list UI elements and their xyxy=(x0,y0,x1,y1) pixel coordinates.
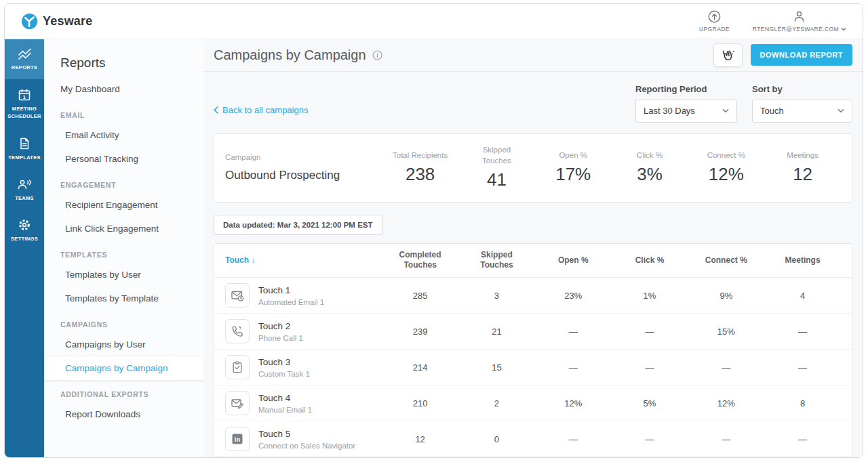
sidebar-section-templates: TEMPLATES xyxy=(44,240,203,263)
campaign-summary-card: Campaign Outbound Prospecting Total Reci… xyxy=(214,133,852,203)
table-row-touch-1: Touch 1 Automated Email 1 285 3 23% 1% 9… xyxy=(214,278,852,314)
sidebar-item-link-click-engagement[interactable]: Link Click Engagement xyxy=(44,217,203,240)
sort-by-label: Sort by xyxy=(752,84,852,94)
column-header-completed-touches[interactable]: Completed Touches xyxy=(382,250,458,271)
document-icon xyxy=(18,137,31,150)
people-icon xyxy=(17,178,32,191)
rail-item-settings[interactable]: SETTINGS xyxy=(5,209,44,251)
rail-item-reports[interactable]: REPORTS xyxy=(5,39,44,79)
sidebar-item-campaigns-by-campaign[interactable]: Campaigns by Campaign xyxy=(44,356,203,380)
summary-skipped-touches: Skipped Touches 41 xyxy=(458,144,535,190)
sidebar-item-personal-tracking[interactable]: Personal Tracking xyxy=(44,147,203,171)
column-header-touch[interactable]: Touch ↓ xyxy=(225,255,382,266)
upgrade-icon xyxy=(708,10,721,23)
download-report-button[interactable]: DOWNLOAD REPORT xyxy=(751,44,852,66)
table-row-touch-5: in Touch 5 Connect on Sales Navigator 12… xyxy=(214,421,852,457)
touch-title: Touch 1 xyxy=(258,285,324,295)
sidebar-item-report-downloads[interactable]: Report Downloads xyxy=(44,402,203,426)
chevron-down-icon xyxy=(841,27,846,31)
summary-connect-pct: Connect % 12% xyxy=(688,150,764,185)
calendar-icon: 1 xyxy=(18,88,31,102)
touch-title: Touch 3 xyxy=(258,357,310,367)
brand-name: Yesware xyxy=(43,14,92,28)
chevron-down-icon xyxy=(837,108,844,113)
chevron-down-icon xyxy=(722,108,729,113)
sidebar-item-campaigns-by-user[interactable]: Campaigns by User xyxy=(44,333,203,356)
top-bar: Yesware UPGRADE RTENGLER@YESWARE.COM xyxy=(5,4,863,39)
sidebar-section-email: EMAIL xyxy=(44,101,203,123)
gear-icon xyxy=(18,218,31,232)
reporting-period-label: Reporting Period xyxy=(635,84,737,94)
svg-text:1: 1 xyxy=(23,93,26,100)
chart-icon xyxy=(18,48,32,60)
rail-item-templates[interactable]: TEMPLATES xyxy=(5,128,44,169)
user-icon xyxy=(793,10,806,23)
account-email: RTENGLER@YESWARE.COM xyxy=(753,26,839,33)
rail-item-meeting-scheduler[interactable]: 1 MEETING SCHEDULER xyxy=(5,79,44,128)
automated-email-icon xyxy=(225,283,250,308)
column-header-open-pct[interactable]: Open % xyxy=(535,255,612,266)
sidebar-item-my-dashboard[interactable]: My Dashboard xyxy=(44,77,203,101)
phone-call-icon xyxy=(225,319,250,343)
page-title: Campaigns by Campaign xyxy=(214,47,366,63)
back-to-all-campaigns-link[interactable]: Back to all campaigns xyxy=(214,105,308,115)
nav-rail: REPORTS 1 MEETING SCHEDULER TEMPLATES TE… xyxy=(5,39,44,457)
sidebar-item-templates-by-user[interactable]: Templates by User xyxy=(44,263,203,287)
column-header-connect-pct[interactable]: Connect % xyxy=(688,255,764,266)
sidebar-item-templates-by-template[interactable]: Templates by Template xyxy=(44,287,203,310)
summary-total-recipients: Total Recipients 238 xyxy=(382,150,458,185)
reporting-period-select[interactable]: Last 30 Days xyxy=(635,100,737,123)
sidebar-item-recipient-engagement[interactable]: Recipient Engagement xyxy=(44,193,203,217)
reporting-period-filter: Reporting Period Last 30 Days xyxy=(635,84,737,123)
svg-text:in: in xyxy=(235,436,241,443)
info-icon[interactable] xyxy=(372,50,382,60)
table-row-touch-4: Touch 4 Manual Email 1 210 2 12% 5% 12% … xyxy=(214,385,852,421)
walkthrough-button[interactable] xyxy=(713,43,743,67)
app-window: Yesware UPGRADE RTENGLER@YESWARE.COM xyxy=(4,3,863,458)
touch-title: Touch 4 xyxy=(258,393,312,403)
rail-item-teams[interactable]: TEAMS xyxy=(5,169,44,210)
chevron-left-icon xyxy=(214,106,218,114)
touch-subtitle: Automated Email 1 xyxy=(258,298,324,306)
manual-email-icon xyxy=(225,391,250,415)
linkedin-icon: in xyxy=(225,427,250,451)
wave-hand-icon xyxy=(719,47,736,64)
sidebar-title: Reports xyxy=(44,50,203,77)
touch-title: Touch 2 xyxy=(258,321,303,331)
touch-title: Touch 5 xyxy=(258,429,355,439)
summary-campaign-column: Campaign Outbound Prospecting xyxy=(225,152,382,182)
summary-open-pct: Open % 17% xyxy=(535,150,612,185)
title-row: Campaigns by Campaign DOWNLOAD REPORT xyxy=(203,39,863,72)
campaign-name: Outbound Prospecting xyxy=(225,169,382,182)
table-row-touch-2: Touch 2 Phone Call 1 239 21 — — 15% — xyxy=(214,314,852,350)
summary-meetings: Meetings 12 xyxy=(764,150,841,185)
sidebar-section-engagement: ENGAGEMENT xyxy=(44,171,203,193)
data-updated-badge: Data updated: Mar 3, 2021 12:00 PM EST xyxy=(214,215,382,235)
filters-row: Back to all campaigns Reporting Period L… xyxy=(214,84,852,123)
yesware-logo-icon xyxy=(21,13,38,30)
main-content: Campaigns by Campaign DOWNLOAD REPORT xyxy=(203,39,863,457)
reports-sidebar: Reports My Dashboard EMAIL Email Activit… xyxy=(44,39,203,457)
touches-table: Touch ↓ Completed Touches Skipped Touche… xyxy=(214,243,852,457)
account-menu[interactable]: RTENGLER@YESWARE.COM xyxy=(753,10,846,33)
touch-subtitle: Connect on Sales Navigator xyxy=(258,442,355,450)
sidebar-section-campaigns: CAMPAIGNS xyxy=(44,310,203,333)
touch-subtitle: Manual Email 1 xyxy=(258,406,312,414)
upgrade-label: UPGRADE xyxy=(699,26,730,33)
sidebar-item-email-activity[interactable]: Email Activity xyxy=(44,123,203,147)
custom-task-icon xyxy=(225,355,250,379)
upgrade-button[interactable]: UPGRADE xyxy=(699,10,730,33)
column-header-skipped-touches[interactable]: Skipped Touches xyxy=(458,250,535,271)
table-header: Touch ↓ Completed Touches Skipped Touche… xyxy=(214,244,852,278)
touch-subtitle: Phone Call 1 xyxy=(258,334,303,342)
yesware-logo[interactable]: Yesware xyxy=(21,13,92,30)
sort-by-select[interactable]: Touch xyxy=(752,100,852,123)
touch-subtitle: Custom Task 1 xyxy=(258,370,310,378)
sort-descending-arrow: ↓ xyxy=(251,255,255,265)
column-header-click-pct[interactable]: Click % xyxy=(612,255,688,266)
column-header-meetings[interactable]: Meetings xyxy=(764,255,841,266)
sort-by-filter: Sort by Touch xyxy=(752,84,852,123)
table-row-touch-3: Touch 3 Custom Task 1 214 15 — — — — xyxy=(214,350,852,385)
sidebar-section-additional-exports: ADDITIONAL EXPORTS xyxy=(44,380,203,402)
summary-click-pct: Click % 3% xyxy=(612,150,688,185)
